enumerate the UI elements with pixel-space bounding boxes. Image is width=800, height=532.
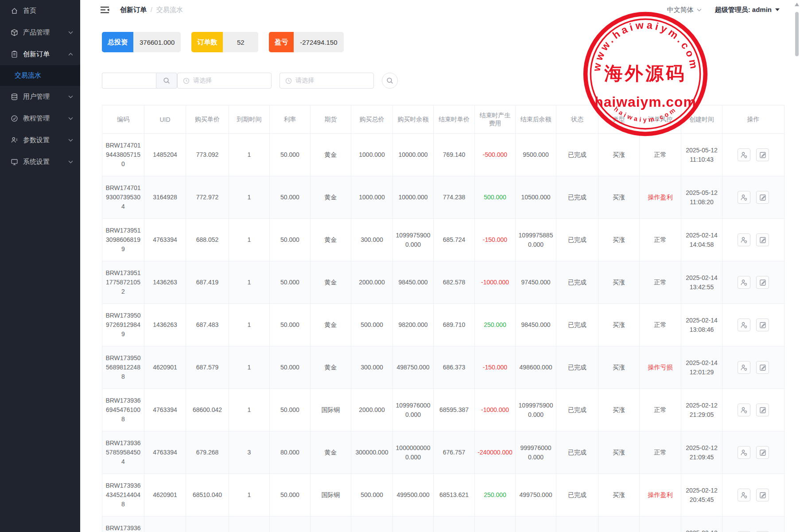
cell-buy-total: 500.000 — [351, 304, 393, 346]
cell-expire: 1 — [229, 219, 270, 261]
cell-actions — [722, 304, 784, 346]
edit-button[interactable] — [756, 318, 769, 331]
user-detail-button[interactable] — [738, 233, 750, 246]
home-icon — [11, 7, 18, 15]
cell-type: 买涨 — [598, 431, 640, 474]
cell-code: BRW17395097269129849 — [102, 304, 144, 346]
cell-end-fee: -1000.000 — [475, 261, 516, 304]
sidebar-item-label: 用户管理 — [23, 93, 50, 101]
submenu-item-label: 交易流水 — [15, 71, 41, 80]
cell-status: 已完成 — [556, 134, 598, 176]
cell-rate: 50.000 — [270, 219, 311, 261]
circle-check-icon — [11, 115, 18, 122]
sidebar-item-users[interactable]: 用户管理 — [0, 86, 80, 108]
user-detail-button[interactable] — [738, 191, 750, 204]
keyword-input[interactable] — [102, 73, 156, 89]
cell-created: 2025-02-14 13:08:46 — [681, 304, 722, 346]
breadcrumb-parent[interactable]: 创新订单 — [120, 6, 147, 14]
sidebar-item-tutorials[interactable]: 教程管理 — [0, 108, 80, 129]
edit-button[interactable] — [756, 233, 769, 246]
cell-buy-price: 688.052 — [186, 219, 229, 261]
user-detail-button[interactable] — [738, 148, 750, 161]
sidebar-item-products[interactable]: 产品管理 — [0, 22, 80, 43]
breadcrumb-separator: / — [151, 6, 152, 13]
cell-actions — [722, 219, 784, 261]
sidebar-item-transaction-flow[interactable]: 交易流水 — [0, 65, 80, 86]
table-row: BRW17393657859584504 4763394 679.268 3 8… — [102, 431, 784, 474]
edit-button[interactable] — [756, 361, 769, 374]
cell-futures: 黄金 — [311, 219, 351, 261]
col-header-end-price: 结束时单价 — [434, 105, 475, 134]
date-placeholder: 请选择 — [193, 77, 212, 85]
edit-icon — [759, 237, 766, 244]
sidebar-item-system[interactable]: 系统设置 — [0, 151, 80, 173]
sidebar-item-parameters[interactable]: 参数设置 — [0, 129, 80, 151]
stat-value: 52 — [223, 32, 258, 52]
scroll-up-arrow-icon[interactable] — [795, 3, 799, 6]
cell-uid: 3164928 — [144, 176, 186, 219]
user-shield-icon — [740, 237, 747, 244]
col-header-code: 编码 — [102, 105, 144, 134]
col-header-status: 状态 — [556, 105, 598, 134]
clock-icon — [183, 78, 190, 84]
cell-status: 已完成 — [556, 261, 598, 304]
edit-button[interactable] — [756, 276, 769, 289]
cell-balance-after: 10999759000.000 — [516, 389, 556, 431]
user-detail-button[interactable] — [738, 361, 750, 374]
admin-menu[interactable]: 超级管理员: admin — [715, 6, 780, 14]
user-detail-button[interactable] — [738, 404, 750, 416]
cell-balance-before: 10999760000.000 — [393, 389, 434, 431]
database-icon — [11, 93, 18, 101]
language-selector[interactable]: 中文简体 — [667, 6, 702, 14]
cell-code: BRW17395056898122488 — [102, 346, 144, 389]
cell-futures: 锌 — [311, 516, 351, 532]
keyword-search-button[interactable] — [156, 73, 177, 89]
user-detail-button[interactable] — [738, 489, 750, 501]
cell-balance-after: 9999760000.000 — [516, 431, 556, 474]
col-header-futures: 期货 — [311, 105, 351, 134]
edit-button[interactable] — [756, 191, 769, 204]
cell-futures: 国际铜 — [311, 474, 351, 516]
scrollbar-thumb[interactable] — [795, 12, 799, 56]
edit-button[interactable] — [756, 489, 769, 501]
user-shield-icon — [740, 194, 747, 201]
cell-type: 买涨 — [598, 176, 640, 219]
scrollbar[interactable] — [794, 0, 800, 532]
col-header-buy-total: 购买总价 — [351, 105, 393, 134]
user-detail-button[interactable] — [738, 276, 750, 289]
date-to-picker[interactable]: 请选择 — [280, 73, 374, 89]
sidebar-item-innovation-orders[interactable]: 创新订单 — [0, 43, 80, 65]
date-from-picker[interactable]: 请选择 — [177, 73, 272, 89]
top-header: 创新订单 / 交易流水 中文简体 超级管理员: admin — [80, 0, 800, 19]
cell-buy-price: 687.579 — [186, 346, 229, 389]
col-header-balance-after: 结束后余额 — [516, 105, 556, 134]
user-settings-icon — [11, 136, 18, 144]
cell-type: 买涨 — [598, 261, 640, 304]
sidebar-item-home[interactable]: 首页 — [0, 0, 80, 22]
edit-button[interactable] — [756, 404, 769, 416]
cell-futures: 国际铜 — [311, 389, 351, 431]
table-body: BRW17470194438057150 1485204 773.092 1 5… — [102, 134, 784, 532]
user-shield-icon — [740, 151, 747, 159]
cell-end-price: 689.710 — [434, 304, 475, 346]
cell-buy-total: 2000.000 — [351, 261, 393, 304]
user-detail-button[interactable] — [738, 318, 750, 331]
filter-bar: 请选择 请选择 — [102, 73, 800, 89]
edit-button[interactable] — [756, 148, 769, 161]
user-shield-icon — [740, 492, 747, 499]
chevron-down-icon — [68, 95, 73, 98]
edit-button[interactable] — [756, 446, 769, 459]
sidebar-fold-icon[interactable] — [101, 6, 109, 14]
chevron-down-icon — [697, 8, 702, 12]
sidebar-item-label: 参数设置 — [23, 136, 50, 144]
cell-type: 买涨 — [598, 134, 640, 176]
sidebar-item-label: 教程管理 — [23, 114, 50, 123]
cell-rate: 50.000 — [270, 346, 311, 389]
stats-row: 总投资 376601.000 订单数 52 盈亏 -272494.150 — [102, 32, 800, 52]
sidebar: 首页 产品管理 创新订单 交易流水 用户管理 教程管理 参数设置 系统设置 — [0, 0, 80, 532]
user-detail-button[interactable] — [738, 446, 750, 459]
cell-buy-price: 772.972 — [186, 176, 229, 219]
search-submit-button[interactable] — [382, 73, 398, 89]
cell-actions — [722, 346, 784, 389]
cell-expire: 1 — [229, 261, 270, 304]
